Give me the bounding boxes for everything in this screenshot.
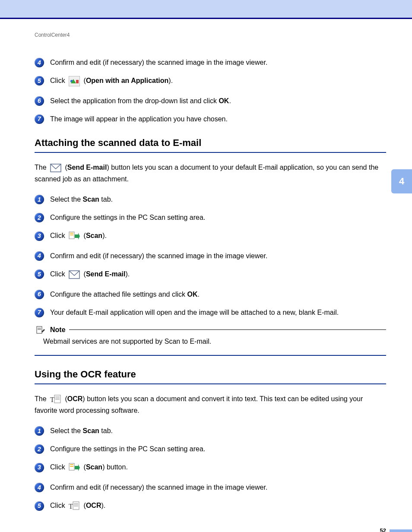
text-fragment: ). — [125, 270, 130, 278]
text-bold: Send E-mail — [67, 164, 107, 171]
step-text: Configure the settings in the PC Scan se… — [50, 212, 386, 223]
note-rule — [69, 329, 386, 330]
text-fragment: Click — [50, 232, 67, 239]
svg-rect-21 — [70, 466, 73, 467]
step-6: 6 Select the application from the drop-d… — [35, 96, 386, 106]
text-fragment: Click — [50, 463, 67, 471]
step-badge: 2 — [35, 444, 44, 454]
text-fragment: tab. — [99, 427, 113, 434]
svg-rect-23 — [73, 502, 79, 510]
text-fragment: The — [35, 395, 48, 402]
step-badge: 2 — [35, 213, 44, 222]
header-band — [0, 0, 412, 19]
step-badge: 7 — [35, 308, 44, 317]
email-intro: The (Send E-mail) button lets you scan a… — [35, 162, 386, 185]
ocr-intro: The T (OCR) button lets you scan a docum… — [35, 393, 386, 416]
step-text: Click (Scan). — [50, 231, 386, 241]
svg-rect-6 — [70, 233, 73, 234]
step-text: Click (Send E-mail). — [50, 269, 386, 280]
text-bold: Scan — [86, 463, 102, 471]
note-box: Note Webmail services are not supported … — [35, 326, 386, 346]
text-bold: OK — [219, 97, 229, 104]
step-text: Configure the attached file settings and… — [50, 289, 386, 300]
open-with-app-icon — [69, 76, 80, 86]
section-heading-email: Attaching the scanned data to E-mail — [35, 137, 386, 149]
heading-rule — [35, 383, 386, 384]
step-text: Select the Scan tab. — [50, 426, 386, 436]
text-fragment: Click — [50, 502, 67, 509]
step-badge: 4 — [35, 483, 44, 492]
text-fragment: ) button. — [102, 463, 128, 471]
email-step-1: 1 Select the Scan tab. — [35, 194, 386, 205]
step-badge: 4 — [35, 251, 44, 261]
svg-marker-22 — [75, 464, 80, 471]
step-badge: 3 — [35, 463, 44, 472]
step-badge: 5 — [35, 76, 44, 86]
text-fragment: . — [229, 97, 231, 104]
step-5: 5 Click (Open with an Application). — [35, 76, 386, 86]
page-corner-tab — [390, 529, 412, 532]
step-text: Confirm and edit (if necessary) the scan… — [50, 57, 386, 68]
step-badge: 7 — [35, 114, 44, 124]
envelope-icon — [50, 163, 61, 173]
email-step-7: 7 Your default E-mail application will o… — [35, 307, 386, 318]
ocr-step-2: 2 Configure the settings in the PC Scan … — [35, 444, 386, 454]
text-fragment: Select the — [50, 196, 83, 203]
text-fragment: Click — [50, 77, 67, 84]
note-body: Webmail services are not supported by Sc… — [35, 337, 386, 346]
step-7: 7 The image will appear in the applicati… — [35, 114, 386, 124]
text-fragment: The — [35, 164, 48, 171]
heading-rule — [35, 152, 386, 153]
step-text: Click (Open with an Application). — [50, 76, 386, 86]
svg-text:T: T — [69, 503, 73, 510]
text-bold: Scan — [83, 427, 99, 434]
chapter-side-tab: 4 — [391, 169, 412, 193]
step-badge: 5 — [35, 501, 44, 511]
step-badge: 4 — [35, 58, 44, 67]
text-bold: Send E-mail — [86, 270, 126, 278]
svg-rect-14 — [54, 395, 60, 403]
step-text: Select the Scan tab. — [50, 194, 386, 205]
step-text: Configure the settings in the PC Scan se… — [50, 444, 386, 454]
email-step-2: 2 Configure the settings in the PC Scan … — [35, 212, 386, 223]
ocr-step-5: 5 Click T (OCR). — [35, 500, 386, 511]
note-pencil-icon — [36, 326, 45, 334]
email-step-3: 3 Click (Scan). — [35, 231, 386, 241]
text-bold: Open with an Application — [86, 77, 168, 84]
running-head: ControlCenter4 — [35, 32, 386, 38]
svg-rect-3 — [76, 80, 79, 83]
step-badge: 5 — [35, 269, 44, 279]
step-badge: 1 — [35, 426, 44, 436]
step-text: Confirm and edit (if necessary) the scan… — [50, 251, 386, 261]
step-text: Select the application from the drop-dow… — [50, 96, 386, 106]
text-bold: OK — [187, 291, 198, 298]
envelope-icon — [69, 269, 80, 280]
text-fragment: Select the — [50, 427, 83, 434]
text-fragment: ) button lets you scan a document and co… — [35, 395, 363, 414]
svg-marker-8 — [75, 233, 80, 240]
section-heading-ocr: Using the OCR feature — [35, 369, 386, 380]
ocr-icon: T — [50, 394, 61, 405]
text-fragment: Click — [50, 270, 67, 278]
step-badge: 6 — [35, 96, 44, 106]
step-text: Click (Scan) button. — [50, 462, 386, 473]
ocr-step-4: 4 Confirm and edit (if necessary) the sc… — [35, 482, 386, 493]
svg-rect-20 — [70, 464, 73, 465]
ocr-step-3: 3 Click (Scan) button. — [35, 462, 386, 473]
step-4: 4 Confirm and edit (if necessary) the sc… — [35, 57, 386, 68]
step-text: Click T (OCR). — [50, 500, 386, 511]
email-step-4: 4 Confirm and edit (if necessary) the sc… — [35, 251, 386, 261]
page-number: 52 — [380, 527, 386, 532]
email-step-6: 6 Configure the attached file settings a… — [35, 289, 386, 300]
text-bold: OCR — [67, 395, 83, 402]
svg-rect-7 — [70, 234, 73, 235]
scan-icon — [69, 462, 80, 473]
step-text: The image will appear in the application… — [50, 114, 386, 124]
step-badge: 1 — [35, 195, 44, 204]
ocr-step-1: 1 Select the Scan tab. — [35, 426, 386, 436]
text-fragment: ). — [101, 502, 105, 509]
text-fragment: Configure the attached file settings and… — [50, 291, 187, 298]
step-badge: 6 — [35, 290, 44, 299]
text-fragment: Select the application from the drop-dow… — [50, 97, 219, 104]
text-bold: Scan — [83, 196, 99, 203]
